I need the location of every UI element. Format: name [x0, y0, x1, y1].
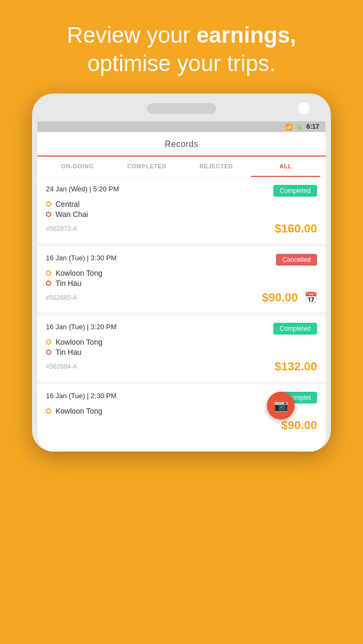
hero-bold: earnings, [196, 22, 296, 48]
order-id: #562872-A [46, 225, 77, 232]
destination-name: Tin Hau [56, 348, 82, 356]
order-id: #562685-A [46, 294, 77, 301]
origin-name: Kowloon Tong [56, 338, 102, 346]
phone-speaker [147, 103, 216, 114]
order-id: #562684-A [46, 363, 77, 370]
origin-dot [46, 201, 51, 207]
origin-name: Central [56, 200, 80, 208]
destination-dot [46, 212, 51, 217]
phone-mockup: 📶 🔋 6:17 Records ON-GOING COMPLETED REJE… [32, 94, 331, 452]
origin-dot [46, 408, 51, 414]
table-row[interactable]: 24 Jan (Wed) | 5:20 PM Completed Central… [37, 177, 326, 243]
record-amount: $90.00 [262, 291, 298, 305]
destination-name: Wan Chai [56, 210, 88, 219]
tab-bar: ON-GOING COMPLETED REJECTED ALL [37, 157, 326, 177]
record-amount: $132.00 [274, 360, 317, 374]
tab-all[interactable]: ALL [251, 157, 320, 177]
phone-camera [298, 103, 310, 114]
table-row[interactable]: 16 Jan (Tue) | 3:30 PM Cancelled Kowloon… [37, 246, 326, 312]
record-amount: $90.00 [281, 418, 317, 432]
hero-title: Review your earnings, optimise your trip… [21, 21, 342, 77]
tab-rejected[interactable]: REJECTED [182, 157, 251, 177]
status-badge: Cancelled [276, 254, 317, 266]
signal-icon: 📶 [285, 123, 293, 130]
battery-icon: 🔋 [296, 123, 303, 130]
record-datetime: 24 Jan (Wed) | 5:20 PM [46, 185, 119, 193]
record-locations: Kowloon Tong Tin Hau [46, 269, 317, 288]
destination-dot [46, 281, 51, 286]
record-locations: Central Wan Chai [46, 200, 317, 219]
hero-line2: optimise your trips. [88, 51, 275, 76]
camera-icon: 📷 [274, 399, 288, 413]
origin-name: Kowloon Tong [56, 407, 102, 415]
phone-top [37, 103, 326, 121]
record-datetime: 16 Jan (Tue) | 2:30 PM [46, 392, 116, 400]
record-datetime: 16 Jan (Tue) | 3:20 PM [46, 323, 116, 331]
hero-section: Review your earnings, optimise your trip… [0, 0, 363, 94]
origin-dot [46, 339, 51, 345]
origin-name: Kowloon Tong [56, 269, 102, 277]
status-badge: Completed [273, 185, 317, 197]
status-bar: 📶 🔋 6:17 [37, 121, 326, 132]
destination-dot [46, 350, 51, 355]
destination-name: Tin Hau [56, 279, 82, 288]
tab-completed[interactable]: COMPLETED [112, 157, 182, 177]
record-locations: Kowloon Tong Tin Hau [46, 338, 317, 356]
status-time: 6:17 [306, 123, 319, 130]
fab-button[interactable]: 📷 [267, 392, 295, 420]
app-screen: 📶 🔋 6:17 Records ON-GOING COMPLETED REJE… [37, 121, 326, 452]
status-badge: Completed [273, 323, 317, 335]
table-row[interactable]: 16 Jan (Tue) | 3:20 PM Completed Kowloon… [37, 315, 326, 381]
phone-wrapper: 📶 🔋 6:17 Records ON-GOING COMPLETED REJE… [0, 94, 363, 452]
record-datetime: 16 Jan (Tue) | 3:30 PM [46, 254, 116, 262]
app-header: Records [37, 132, 326, 157]
tab-ongoing[interactable]: ON-GOING [43, 157, 112, 177]
origin-dot [46, 270, 51, 276]
record-amount: $160.00 [274, 222, 317, 236]
app-header-title: Records [164, 139, 198, 149]
calendar-icon[interactable]: 📅 [304, 291, 317, 304]
